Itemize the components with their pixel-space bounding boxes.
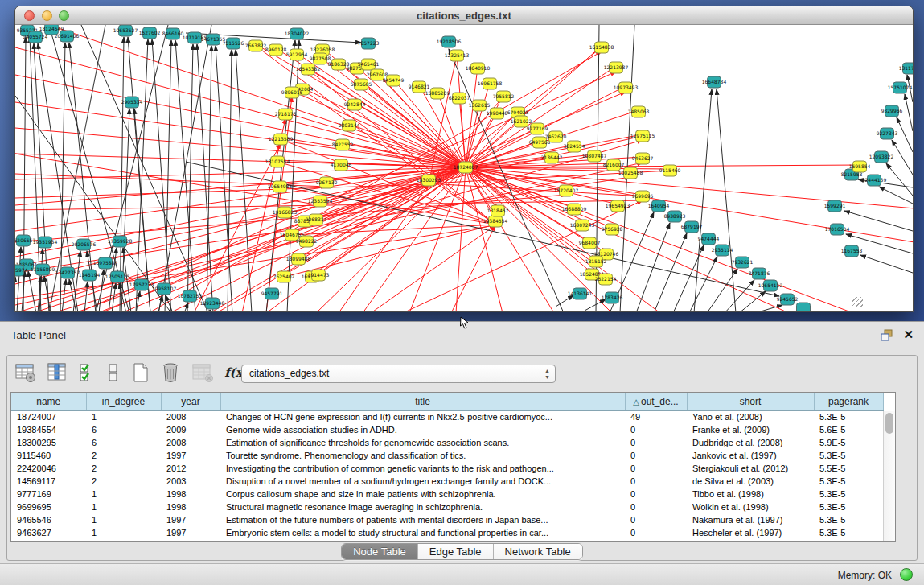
- table-cell[interactable]: 1: [86, 410, 161, 423]
- network-node[interactable]: 15720407: [554, 185, 579, 196]
- table-cell[interactable]: 0: [625, 423, 687, 436]
- network-node[interactable]: 1599291: [824, 200, 846, 212]
- table-cell[interactable]: 0: [625, 513, 687, 526]
- float-panel-icon[interactable]: [881, 329, 893, 341]
- table-cell[interactable]: Dudbridge et al. (2008): [687, 436, 814, 449]
- network-node[interactable]: 16807243: [570, 220, 595, 231]
- network-node[interactable]: 7625402: [273, 271, 295, 282]
- table-settings-icon[interactable]: [15, 362, 36, 383]
- table-cell[interactable]: 5.5E-5: [814, 462, 883, 475]
- column-header-short[interactable]: short: [687, 393, 814, 410]
- table-cell[interactable]: 5.3E-5: [814, 513, 883, 526]
- network-node[interactable]: 17359928: [108, 236, 133, 247]
- network-node[interactable]: 11156899: [31, 264, 55, 275]
- network-node[interactable]: 12093822: [869, 151, 894, 163]
- table-cell[interactable]: 2008: [161, 410, 220, 423]
- column-header-year[interactable]: year: [161, 393, 220, 410]
- edge[interactable]: [84, 282, 88, 311]
- table-cell[interactable]: 0: [625, 475, 687, 488]
- network-node[interactable]: 9242844: [344, 99, 366, 110]
- network-node[interactable]: 1640954: [648, 200, 670, 212]
- network-node[interactable]: 10654112: [758, 280, 783, 291]
- network-node[interactable]: 1362615: [469, 100, 491, 111]
- network-node[interactable]: 1311730: [899, 63, 913, 74]
- table-cell[interactable]: Tourette syndrome. Phenomenology and cla…: [220, 449, 625, 462]
- column-header-pagerank[interactable]: pagerank: [814, 393, 883, 410]
- network-node[interactable]: 16782753: [178, 290, 203, 302]
- table-cell[interactable]: Disruption of a novel member of a sodium…: [220, 475, 625, 488]
- network-node[interactable]: 9115460: [659, 165, 681, 176]
- edge[interactable]: [451, 225, 495, 311]
- table-cell[interactable]: Jankovic et al. (1997): [687, 449, 814, 462]
- table-cell[interactable]: 0: [625, 449, 687, 462]
- table-cell[interactable]: 1: [86, 501, 161, 513]
- table-row[interactable]: 946554611997Estimation of the future num…: [11, 513, 883, 526]
- network-node[interactable]: 10688809: [562, 204, 587, 215]
- tab-network-table[interactable]: Network Table: [494, 544, 582, 559]
- tab-edge-table[interactable]: Edge Table: [418, 544, 494, 559]
- network-node[interactable]: 3915974: [15, 265, 28, 276]
- network-node[interactable]: 19218506: [437, 36, 462, 47]
- network-node[interactable]: 9777169: [527, 123, 548, 134]
- network-node[interactable]: 2522154: [595, 274, 617, 285]
- table-cell[interactable]: 1997: [161, 526, 220, 539]
- table-cell[interactable]: Estimation of significance thresholds fo…: [220, 436, 625, 449]
- network-node[interactable]: 12975115: [630, 130, 655, 142]
- network-view[interactable]: 9355271240557242069140618124549106535271…: [15, 25, 913, 311]
- network-node[interactable]: 10025488: [618, 167, 643, 179]
- table-cell[interactable]: 5.6E-5: [814, 423, 883, 436]
- edge[interactable]: [739, 291, 766, 311]
- table-cell[interactable]: 1: [86, 526, 161, 539]
- table-cell[interactable]: 14569117: [11, 475, 86, 488]
- network-node[interactable]: 10653527: [113, 25, 138, 36]
- table-cell[interactable]: 1998: [161, 488, 220, 501]
- network-node[interactable]: 18099488: [286, 253, 311, 265]
- network-node[interactable]: 19351934: [33, 237, 58, 248]
- edge[interactable]: [292, 91, 466, 167]
- table-cell[interactable]: Genome-wide association studies in ADHD.: [220, 423, 625, 436]
- table-cell[interactable]: Structural magnetic resonance image aver…: [220, 501, 625, 513]
- network-node[interactable]: 7663822: [245, 40, 267, 51]
- edge[interactable]: [707, 269, 737, 311]
- network-node[interactable]: 16154838: [589, 42, 614, 53]
- table-cell[interactable]: 5.3E-5: [814, 410, 883, 423]
- network-node[interactable]: 9245652: [777, 294, 799, 305]
- resize-grip[interactable]: [852, 297, 863, 307]
- table-cell[interactable]: Investigating the contribution of common…: [220, 462, 625, 475]
- network-node[interactable]: 19654985: [268, 181, 293, 192]
- network-node[interactable]: 12505125: [105, 271, 130, 282]
- table-cell[interactable]: 9777169: [11, 488, 86, 501]
- network-node[interactable]: 15885209: [425, 88, 450, 99]
- table-cell[interactable]: 6: [86, 423, 161, 436]
- table-row[interactable]: 2242004622012Investigating the contribut…: [11, 462, 883, 475]
- table-cell[interactable]: 5.3E-5: [814, 449, 883, 462]
- edge[interactable]: [585, 299, 606, 311]
- network-node[interactable]: 9896016: [281, 87, 303, 98]
- network-node[interactable]: 12444139: [862, 175, 887, 186]
- edge[interactable]: [62, 279, 66, 311]
- network-node[interactable]: 8471876: [749, 268, 770, 279]
- table-cell[interactable]: 1998: [161, 501, 220, 513]
- network-node[interactable]: 16648784: [702, 76, 727, 88]
- network-node[interactable]: 7485063: [628, 106, 650, 117]
- table-cell[interactable]: 5.9E-5: [814, 436, 883, 449]
- table-cell[interactable]: 2012: [161, 462, 220, 475]
- edge[interactable]: [17, 247, 21, 311]
- network-node[interactable]: 17016504: [825, 224, 850, 235]
- network-node[interactable]: 7515526: [223, 38, 244, 49]
- table-row[interactable]: 1872400712008Changes of HCN gene express…: [11, 410, 883, 423]
- table-row[interactable]: 1938455462009Genome-wide association stu…: [11, 423, 883, 436]
- table-cell[interactable]: 2008: [161, 436, 220, 449]
- table-cell[interactable]: 9465546: [11, 513, 86, 526]
- tab-node-table[interactable]: Node Table: [342, 544, 418, 559]
- edge[interactable]: [466, 167, 503, 311]
- delete-table-trash-icon[interactable]: [161, 362, 180, 383]
- table-row[interactable]: 969969511998Structural magnetic resonanc…: [11, 501, 883, 513]
- table-cell[interactable]: 0: [625, 462, 687, 475]
- network-node[interactable]: 12923448: [200, 298, 225, 309]
- table-cell[interactable]: 0: [625, 501, 687, 513]
- network-node[interactable]: 6879197: [681, 221, 703, 233]
- network-node[interactable]: 1783426: [602, 292, 623, 303]
- table-cell[interactable]: Stergiakouli et al. (2012): [687, 462, 814, 475]
- network-node[interactable]: 8938923: [664, 211, 686, 222]
